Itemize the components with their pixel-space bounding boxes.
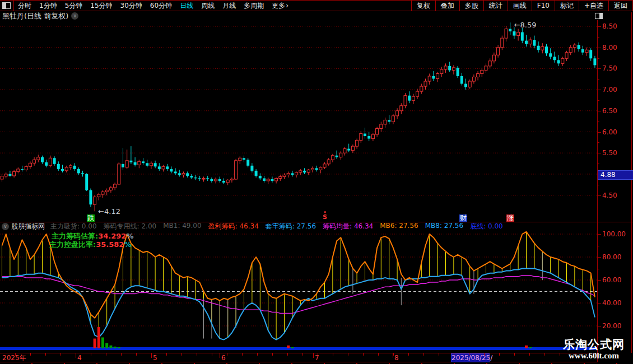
indicator-header: ∨ 股朋指标网 主力吸货: 0.00筹码专用线: 2.00MB1: 49.00盈… [2, 222, 510, 230]
date-tick [242, 353, 243, 356]
action-item-7[interactable]: +自选 [579, 1, 608, 11]
date-tick [302, 353, 303, 356]
indicator-value: 筹码专用线: 2.00 [104, 222, 157, 231]
indicator-axis-label: 20.00 [602, 322, 621, 330]
month-label: 4 [77, 354, 82, 362]
period-item-9[interactable]: 多周期 [240, 1, 268, 11]
indicator-value: 底线: 0.00 [470, 222, 503, 231]
indicator-value: MB6: 27.56 [380, 222, 418, 231]
month-label: 6 [221, 354, 226, 362]
indicator-value: 筹码均量: 46.34 [323, 222, 373, 231]
date-tick [106, 353, 106, 356]
date-tick [181, 353, 182, 356]
action-item-5[interactable]: F10 [532, 1, 555, 11]
date-tick [166, 353, 167, 356]
overlay-label: 主力控盘比率: [49, 240, 96, 249]
action-item-4[interactable]: 画线 [508, 1, 532, 11]
period-item-2[interactable]: 5分钟 [61, 1, 87, 11]
period-item-7[interactable]: 周线 [197, 1, 218, 11]
date-tick [15, 353, 16, 356]
action-item-2[interactable]: 多股 [459, 1, 483, 11]
price-axis-label: 6.00 [602, 128, 617, 136]
date-tick [348, 353, 348, 356]
indicator-axis-label: 100.00 [602, 230, 626, 238]
top-toolbar: 分时1分钟5分钟15分钟30分钟60分钟日线周线月线多周期更多› 复权叠加多股统… [0, 0, 633, 11]
date-tick [544, 353, 545, 356]
last-price-box: 4.88 [598, 170, 633, 180]
main-control-ratio-label: 主力控盘比率:35.582% [49, 240, 131, 250]
month-tick [151, 353, 152, 358]
date-tick [363, 353, 364, 356]
period-item-8[interactable]: 月线 [218, 1, 240, 11]
date-tick [121, 353, 122, 356]
date-tick [197, 353, 197, 356]
period-item-6[interactable]: 日线 [176, 1, 197, 11]
date-tick [45, 353, 46, 356]
period-menu: 分时1分钟5分钟15分钟30分钟60分钟日线周线月线多周期更多› [0, 1, 292, 11]
period-item-1[interactable]: 1分钟 [35, 1, 61, 11]
date-tick [378, 353, 379, 356]
date-tick [136, 353, 137, 356]
indicator-values: 主力吸货: 0.00筹码专用线: 2.00MB1: 49.00盈利筹码: 46.… [50, 222, 510, 231]
panel-maximize-icon[interactable] [595, 13, 603, 19]
page-title: 黑牡丹(日线 前复权) [2, 11, 68, 21]
date-tick [423, 353, 424, 356]
month-tick [313, 353, 314, 358]
price-axis-label: 8.00 [602, 44, 617, 52]
month-label: 5 [153, 354, 157, 362]
date-tick [333, 353, 333, 356]
date-tick [287, 353, 288, 356]
date-tick [408, 353, 409, 356]
date-tick [212, 353, 212, 356]
chevron-down-icon[interactable]: ∨ [2, 223, 9, 230]
month-label: 8 [394, 354, 399, 362]
price-axis-label: 4.50 [602, 192, 617, 199]
year-label: 2025年 [2, 354, 26, 362]
price-axis-label: 5.50 [602, 149, 617, 157]
period-item-10[interactable]: 更多› [268, 1, 292, 11]
action-item-3[interactable]: 统计 [483, 1, 508, 11]
candlestick-chart[interactable]: ←8.59←4.12 [0, 20, 597, 214]
date-tick [393, 353, 394, 356]
indicator-value: MB8: 27.56 [425, 222, 463, 231]
action-menu: 复权叠加多股统计画线F10标记+自选返回 [411, 1, 633, 11]
date-tick [257, 353, 258, 356]
indicator-source-label: 股朋指标网 [11, 222, 45, 231]
overlay-label: 主力筹码估算: [52, 232, 98, 240]
period-item-0[interactable]: 分时 [14, 1, 35, 11]
action-item-6[interactable]: 标记 [555, 1, 579, 11]
chevron-down-icon[interactable]: ∨ [71, 12, 78, 20]
overlay-percent: % [124, 240, 131, 249]
month-label: 7 [315, 354, 319, 362]
period-item-3[interactable]: 15分钟 [86, 1, 116, 11]
period-item-4[interactable]: 30分钟 [117, 1, 146, 11]
right-border-line [631, 12, 632, 353]
svg-text:←4.12: ←4.12 [98, 207, 120, 214]
price-axis-label: 6.50 [602, 107, 617, 115]
indicator-value: 盈利筹码: 46.34 [208, 222, 259, 231]
chart-title-row: 黑牡丹(日线 前复权) ∨ [2, 12, 78, 20]
signal-badge: 财 [459, 214, 467, 222]
action-item-8[interactable]: 返回 [608, 1, 633, 11]
period-item-5[interactable]: 60分钟 [146, 1, 176, 11]
action-item-1[interactable]: 叠加 [435, 1, 459, 11]
overlay-value: 34.292 [98, 232, 126, 240]
date-tick [499, 353, 500, 356]
date-axis[interactable]: 2025年 2025/08/25/— 45678 [0, 353, 597, 362]
indicator-value: 套牢筹码: 27.56 [266, 222, 316, 231]
watermark-site-name: 乐淘公式网 [556, 337, 632, 352]
indicator-value: MB1: 49.00 [163, 222, 201, 231]
date-tick [272, 353, 273, 356]
date-tick [30, 353, 31, 356]
action-item-0[interactable]: 复权 [411, 1, 435, 11]
window-split-icon[interactable] [2, 2, 11, 9]
trading-app-window: 分时1分钟5分钟15分钟30分钟60分钟日线周线月线多周期更多› 复权叠加多股统… [0, 0, 633, 364]
date-tick [514, 353, 515, 356]
indicator-value: 主力吸货: 0.00 [50, 222, 97, 231]
sell-signal-mark: •S [323, 211, 327, 220]
signal-badge: 涨 [506, 214, 514, 222]
overlay-percent: % [126, 232, 133, 240]
date-tick [454, 353, 454, 356]
price-axis-label: 7.00 [602, 86, 617, 94]
date-tick [91, 353, 91, 356]
